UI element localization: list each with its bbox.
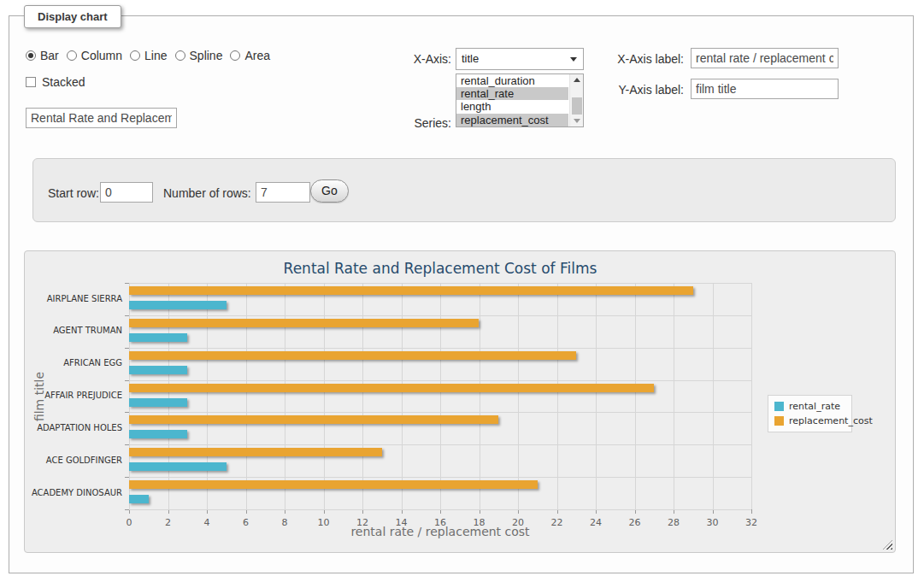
series-option-length[interactable]: length [456, 100, 568, 113]
chart-type-column[interactable]: Column [67, 49, 122, 62]
x-axis-title: rental rate / replacement cost [129, 525, 751, 538]
gridline-v [596, 283, 597, 509]
gridline-v [674, 283, 674, 509]
chart-title: Rental Rate and Replacement Cost of Film… [129, 260, 751, 277]
category-label: AGENT TRUMAN [28, 325, 122, 336]
gridline-h [129, 444, 751, 445]
bar-rental_rate-adaptation-holes [129, 430, 187, 438]
bar-rental_rate-academy-dinosaur [129, 495, 149, 503]
x-axis-label-caption: X-Axis label: [598, 52, 684, 66]
y-axis-label-caption: Y-Axis label: [598, 83, 684, 97]
chart-title-input[interactable] [26, 108, 177, 128]
series-scrollbar[interactable] [569, 74, 583, 126]
chart-type-label: Column [81, 49, 122, 62]
legend-label: replacement_cost [789, 415, 873, 426]
category-label: ACADEMY DINOSAUR [28, 487, 122, 498]
bar-rental_rate-ace-goldfinger [129, 462, 227, 471]
legend-item-replacement_cost[interactable]: replacement_cost [774, 415, 845, 426]
num-rows-input[interactable] [256, 182, 310, 203]
gridline-h [129, 380, 751, 381]
y-axis-label-input[interactable] [691, 79, 839, 99]
stacked-checkbox[interactable] [26, 77, 36, 87]
gridline-v [713, 283, 714, 509]
radio-icon[interactable] [26, 50, 36, 61]
bar-replacement_cost-african-egg [129, 351, 576, 360]
gridline-v [635, 283, 636, 509]
y-axis-tick [125, 315, 129, 316]
bar-replacement_cost-affair-prejudice [129, 384, 654, 392]
series-option-rental_duration[interactable]: rental_duration [456, 74, 568, 87]
bar-replacement_cost-adaptation-holes [129, 415, 498, 424]
gridline-h [129, 509, 751, 510]
category-label: ACE GOLDFINGER [28, 455, 122, 466]
scrollbar-thumb[interactable] [572, 97, 582, 115]
stacked-label: Stacked [42, 75, 85, 89]
chevron-down-icon [570, 57, 577, 62]
gridline-v [402, 283, 403, 509]
start-row-input[interactable] [100, 182, 153, 203]
legend-item-rental_rate[interactable]: rental_rate [774, 401, 845, 412]
gridline-h [129, 477, 751, 478]
chart-legend: rental_ratereplacement_cost [768, 395, 852, 432]
series-option-replacement_cost[interactable]: replacement_cost [456, 114, 568, 126]
chart-type-spline[interactable]: Spline [175, 49, 223, 62]
chart-type-label: Bar [40, 49, 59, 62]
series-option-rental_rate[interactable]: rental_rate [456, 87, 568, 100]
gridline-v [362, 283, 363, 509]
gridline-v [440, 283, 441, 509]
go-button[interactable]: Go [310, 179, 349, 203]
y-axis-tick [125, 283, 129, 284]
y-axis-tick [125, 348, 129, 349]
gridline-v [480, 283, 480, 509]
gridline-v [518, 283, 519, 509]
category-label: AFFAIR PREJUDICE [28, 390, 122, 401]
start-row-label: Start row: [48, 186, 99, 200]
y-axis-tick [125, 444, 129, 445]
y-axis-tick [125, 477, 129, 478]
radio-icon[interactable] [67, 50, 77, 61]
bar-replacement_cost-airplane-sierra [129, 286, 693, 295]
chart-type-bar[interactable]: Bar [26, 49, 59, 62]
chart-type-label: Line [144, 49, 167, 62]
x-axis-label-input[interactable] [691, 48, 839, 68]
y-axis-tick [125, 509, 129, 510]
series-list-label: Series: [376, 116, 451, 130]
radio-icon[interactable] [230, 50, 240, 61]
bar-replacement_cost-academy-dinosaur [129, 480, 538, 489]
row-controls-panel: Start row: Number of rows: Go [32, 158, 896, 222]
gridline-v [129, 283, 130, 509]
scroll-down-icon[interactable] [570, 115, 583, 126]
chart-type-line[interactable]: Line [130, 49, 167, 62]
bar-rental_rate-agent-truman [129, 333, 187, 342]
radio-icon[interactable] [175, 50, 185, 61]
gridline-h [129, 348, 751, 349]
stacked-option[interactable]: Stacked [26, 75, 85, 89]
series-listbox[interactable]: rental_durationrental_ratelengthreplacem… [456, 73, 584, 127]
category-label: AIRPLANE SIERRA [28, 293, 122, 304]
gridline-v [246, 283, 247, 509]
category-label: AFRICAN EGG [28, 357, 122, 368]
legend-label: rental_rate [789, 401, 840, 412]
gridline-h [129, 283, 751, 284]
category-label: ADAPTATION HOLES [28, 422, 122, 433]
bar-replacement_cost-ace-goldfinger [129, 448, 382, 456]
chart-type-group: BarColumnLineSplineArea [26, 49, 278, 62]
gridline-h [129, 412, 751, 413]
scroll-up-icon[interactable] [570, 74, 583, 86]
bar-rental_rate-african-egg [129, 366, 187, 374]
x-axis-selected-value: title [462, 52, 479, 65]
gridline-v [751, 283, 752, 509]
chart-type-area[interactable]: Area [230, 49, 270, 62]
fieldset-title: Display chart [24, 5, 121, 28]
x-axis-select[interactable]: title [456, 48, 584, 70]
y-axis-tick [125, 412, 129, 413]
bar-replacement_cost-agent-truman [129, 319, 479, 327]
x-axis-tick [751, 509, 752, 514]
gridline-v [207, 283, 208, 509]
resize-grip-icon[interactable] [883, 540, 892, 550]
gridline-v [324, 283, 325, 509]
chart-panel: Rental Rate and Replacement Cost of Film… [24, 250, 896, 553]
legend-swatch-icon [774, 402, 784, 411]
radio-icon[interactable] [130, 50, 140, 61]
x-axis-select-label: X-Axis: [376, 52, 451, 66]
